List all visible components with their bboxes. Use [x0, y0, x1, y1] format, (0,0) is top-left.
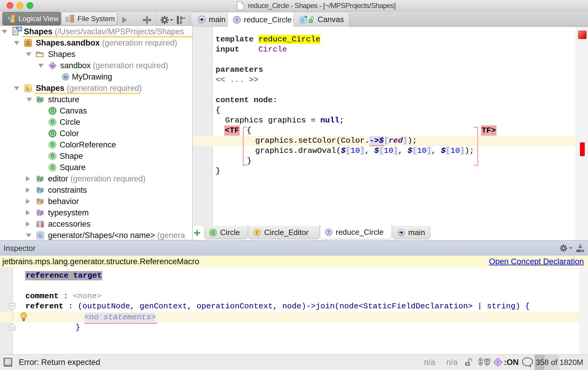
svg-text:T: T [236, 17, 238, 22]
svg-text:c: c [38, 189, 40, 194]
svg-text:L: L [12, 19, 13, 22]
svg-text:T: T [496, 360, 499, 365]
svg-text:D: D [8, 17, 10, 20]
svg-text:s: s [38, 99, 40, 103]
svg-text:N: N [64, 74, 67, 80]
svg-text:E: E [256, 230, 259, 235]
svg-text:S: S [212, 230, 214, 235]
svg-text:G: G [38, 233, 42, 238]
svg-text:T: T [327, 230, 330, 235]
svg-text:b: b [38, 201, 41, 205]
svg-text:M: M [51, 64, 54, 68]
svg-text:e: e [38, 178, 41, 182]
svg-text:S: S [12, 15, 14, 18]
svg-text:C: C [301, 18, 305, 23]
